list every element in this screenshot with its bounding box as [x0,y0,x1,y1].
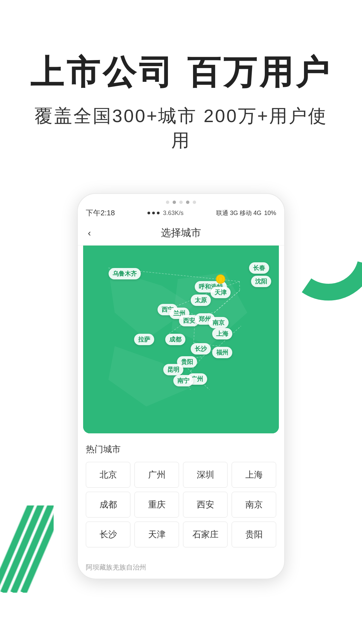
phone-top-notch [78,194,284,204]
nav-title: 选择城市 [161,226,201,240]
hot-cities-section: 热门城市 北京广州深圳上海成都重庆西安南京长沙天津石家庄贵阳 [78,433,284,557]
city-button-贵阳[interactable]: 贵阳 [232,522,276,547]
status-bar: 下午2:18 3.63K/s 联通 3G 移动 4G 10% [78,204,284,221]
city-lasa[interactable]: 拉萨 [134,334,154,345]
status-speed: 3.63K/s [163,210,183,217]
status-dot3 [157,212,160,214]
city-button-长沙[interactable]: 长沙 [86,522,130,547]
stripes-svg [0,505,54,593]
page-container: 上市公司 百万用户 覆盖全国300+城市 200万+用户使用 下午2:18 [0,0,362,593]
status-right: 联通 3G 移动 4G 10% [216,209,276,217]
city-nanjing[interactable]: 南京 [208,317,229,328]
city-tianjin-label: 天津 [210,287,231,298]
city-button-成都[interactable]: 成都 [86,492,130,518]
status-time: 下午2:18 [86,208,115,218]
city-button-重庆[interactable]: 重庆 [134,492,179,518]
green-arc-decoration [282,207,362,301]
sub-title: 覆盖全国300+城市 200万+用户使用 [27,104,335,153]
status-dot2 [152,212,155,214]
city-shanghai[interactable]: 上海 [212,328,232,339]
city-taiyuan[interactable]: 太原 [191,294,211,306]
nav-bar: ‹ 选择城市 [78,221,284,246]
svg-point-0 [290,215,362,292]
hot-cities-title: 热门城市 [86,443,276,455]
back-button[interactable]: ‹ [88,228,91,238]
city-button-广州[interactable]: 广州 [134,462,179,488]
city-nanning[interactable]: 南宁 [173,375,193,386]
city-button-石家庄[interactable]: 石家庄 [183,522,228,547]
tianjin-pin-icon [216,274,226,286]
dot3 [179,201,183,204]
status-carrier: 联通 3G 移动 4G [216,209,261,217]
svg-line-5 [239,281,240,290]
top-section: 上市公司 百万用户 覆盖全国300+城市 200万+用户使用 [0,0,362,173]
phone-mockup: 下午2:18 3.63K/s 联通 3G 移动 4G 10% ‹ 选择城市 [77,193,285,579]
city-button-南京[interactable]: 南京 [232,492,276,518]
dot1 [166,201,169,204]
city-button-西安[interactable]: 西安 [183,492,228,518]
city-fuzhou[interactable]: 福州 [212,347,232,358]
bottom-text: 阿坝藏族羌族自治州 [78,557,284,579]
dot2 [173,201,176,204]
city-grid: 北京广州深圳上海成都重庆西安南京长沙天津石家庄贵阳 [86,462,276,547]
city-button-天津[interactable]: 天津 [134,522,179,547]
map-area[interactable]: 乌鲁木齐 长春 沈阳 呼和浩特 天津 太原 西宁 兰州 [83,246,279,433]
city-chengdu[interactable]: 成都 [165,334,185,345]
phone-section: 下午2:18 3.63K/s 联通 3G 移动 4G 10% ‹ 选择城市 [0,173,362,593]
stripe-decoration [0,505,54,593]
city-changchun[interactable]: 长春 [249,262,269,274]
city-button-北京[interactable]: 北京 [86,462,130,488]
dot4 [186,201,189,204]
city-kunming[interactable]: 昆明 [163,364,183,375]
status-dot1 [147,212,150,214]
city-shenyang[interactable]: 沈阳 [251,276,271,287]
city-changsha[interactable]: 长沙 [191,343,211,355]
city-button-深圳[interactable]: 深圳 [183,462,228,488]
status-center: 3.63K/s [147,210,183,217]
dot5 [193,201,196,204]
city-button-上海[interactable]: 上海 [232,462,276,488]
status-battery: 10% [264,210,276,217]
main-title: 上市公司 百万用户 [27,54,335,91]
city-tianjin-container[interactable]: 天津 [210,287,231,298]
city-wulumuqi[interactable]: 乌鲁木齐 [109,268,141,279]
